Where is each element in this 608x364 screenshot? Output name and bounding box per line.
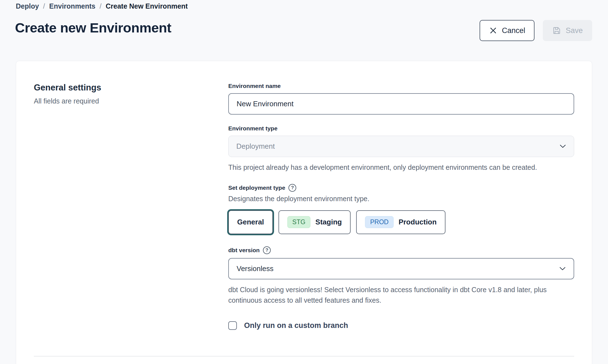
breadcrumb-separator: /	[43, 2, 45, 10]
dbt-version-select[interactable]: Versionless	[228, 258, 574, 279]
deployment-type-staging-label: Staging	[315, 218, 342, 226]
save-button[interactable]: Save	[543, 20, 592, 41]
general-settings-card: General settings All fields are required…	[16, 61, 592, 364]
breadcrumb-current: Create New Environment	[106, 2, 188, 10]
deployment-type-production-label: Production	[399, 218, 437, 226]
deployment-type-label-text: Set deployment type	[228, 184, 285, 191]
deployment-type-general-button[interactable]: General	[228, 210, 273, 234]
custom-branch-checkbox[interactable]	[228, 321, 237, 330]
deployment-type-help: Designates the deployment environment ty…	[228, 193, 554, 204]
deployment-type-production-button[interactable]: PROD Production	[356, 210, 445, 234]
save-icon	[552, 26, 561, 35]
save-button-label: Save	[566, 26, 583, 35]
custom-branch-label: Only run on a custom branch	[244, 321, 348, 330]
deployment-type-general-label: General	[237, 218, 264, 226]
deployment-type-options: General STG Staging PROD Production	[228, 210, 574, 234]
environment-type-help: This project already has a development e…	[228, 162, 554, 173]
chevron-down-icon	[559, 267, 566, 271]
section-subheading: All fields are required	[34, 97, 228, 105]
close-icon	[489, 26, 497, 35]
environment-name-input[interactable]	[228, 93, 574, 115]
help-icon[interactable]: ?	[288, 184, 296, 192]
page-title: Create new Environment	[15, 20, 171, 36]
environment-form: Environment name Environment type Deploy…	[228, 83, 574, 330]
chevron-down-icon	[559, 144, 566, 148]
environment-type-label: Environment type	[228, 125, 574, 132]
production-badge: PROD	[365, 216, 393, 228]
help-icon[interactable]: ?	[263, 246, 271, 254]
header-actions: Cancel Save	[480, 20, 592, 41]
environment-name-label: Environment name	[228, 83, 574, 89]
breadcrumb-deploy[interactable]: Deploy	[16, 2, 39, 10]
deployment-type-label: Set deployment type ?	[228, 184, 574, 192]
environment-type-select: Deployment	[228, 136, 574, 157]
cancel-button[interactable]: Cancel	[480, 20, 534, 41]
dbt-version-value: Versionless	[237, 264, 273, 273]
environment-name-label-text: Environment name	[228, 83, 281, 89]
section-divider	[34, 356, 574, 357]
section-heading: General settings	[34, 83, 228, 93]
create-environment-page: Deploy / Environments / Create New Envir…	[0, 0, 608, 364]
cancel-button-label: Cancel	[502, 26, 525, 35]
dbt-version-label-text: dbt version	[228, 247, 260, 254]
breadcrumb-separator: /	[100, 2, 102, 10]
environment-type-value: Deployment	[236, 142, 275, 151]
environment-type-label-text: Environment type	[228, 125, 277, 132]
settings-intro: General settings All fields are required	[34, 83, 228, 330]
staging-badge: STG	[287, 216, 310, 228]
dbt-version-label: dbt version ?	[228, 246, 574, 254]
breadcrumb-environments[interactable]: Environments	[49, 2, 95, 10]
custom-branch-row: Only run on a custom branch	[228, 321, 574, 330]
deployment-type-staging-button[interactable]: STG Staging	[278, 210, 351, 234]
dbt-version-help: dbt Cloud is going versionless! Select V…	[228, 284, 554, 306]
breadcrumb: Deploy / Environments / Create New Envir…	[16, 2, 188, 10]
